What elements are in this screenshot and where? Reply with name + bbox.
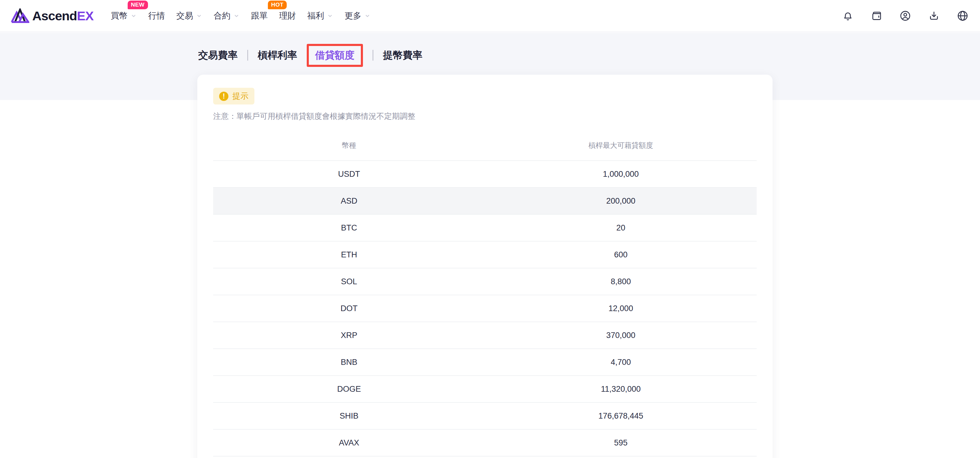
limit-cell: 1,000,000: [485, 161, 757, 187]
nav-item-trade[interactable]: 交易: [177, 6, 202, 26]
limit-cell: 600: [485, 241, 757, 268]
column-header-asset: 幣種: [213, 133, 485, 161]
table-row-link: LINK78,000: [213, 456, 757, 458]
tab-withdrawal-fees[interactable]: 提幣費率: [383, 49, 422, 62]
asset-cell: USDT: [213, 161, 485, 187]
limit-cell: 20: [485, 214, 757, 241]
table-row-usdt: USDT1,000,000: [213, 161, 757, 187]
wallet-icon[interactable]: [870, 10, 883, 22]
chevron-down-icon: [196, 13, 202, 19]
asset-cell: DOGE: [213, 376, 485, 403]
ascendex-logo[interactable]: AscendEX: [11, 8, 94, 23]
notification-bell-icon[interactable]: [842, 10, 854, 22]
table-row-sol: SOL8,800: [213, 268, 757, 295]
new-badge: NEW: [128, 1, 148, 9]
asset-cell: BNB: [213, 349, 485, 376]
table-row-asd: ASD200,000: [213, 187, 757, 214]
account-icon[interactable]: [899, 10, 911, 22]
tab-margin-rates[interactable]: 槓桿利率: [258, 49, 297, 62]
exclamation-circle-icon: !: [219, 92, 228, 101]
nav-item-futures[interactable]: 合約: [214, 6, 240, 26]
table-row-btc: BTC20: [213, 214, 757, 241]
chevron-down-icon: [327, 13, 333, 19]
nav-item-buy-crypto[interactable]: 買幣NEW: [111, 6, 137, 26]
table-row-xrp: XRP370,000: [213, 322, 757, 349]
nav-item-label: 合約: [214, 10, 231, 22]
table-row-shib: SHIB176,678,445: [213, 403, 757, 429]
asset-cell: DOT: [213, 295, 485, 322]
column-header-limit: 槓桿最大可藉貸額度: [485, 133, 757, 161]
borrow-limit-card: ! 提示 注意：單帳戶可用槓桿借貸額度會根據實際情況不定期調整 幣種 槓桿最大可…: [197, 74, 773, 458]
chevron-down-icon: [130, 13, 137, 19]
limit-cell: 12,000: [485, 295, 757, 322]
asset-cell: ASD: [213, 187, 485, 214]
nav-item-more[interactable]: 更多: [345, 6, 371, 26]
tab-trading-fees[interactable]: 交易費率: [198, 49, 238, 62]
table-row-doge: DOGE11,320,000: [213, 376, 757, 403]
asset-cell: BTC: [213, 214, 485, 241]
nav-utility-icons: [842, 10, 969, 22]
nav-item-copy-trading[interactable]: 跟單HOT: [251, 6, 268, 26]
active-tab-annotation: 借貸額度: [307, 44, 363, 67]
nav-item-markets[interactable]: 行情: [148, 6, 165, 26]
fees-tabs: 交易費率槓桿利率借貸額度提幣費率: [198, 44, 980, 67]
limit-cell: 4,700: [485, 349, 757, 376]
nav-item-label: 更多: [345, 10, 361, 22]
table-header-row: 幣種 槓桿最大可藉貸額度: [213, 133, 757, 161]
limit-cell: 370,000: [485, 322, 757, 349]
asset-cell: XRP: [213, 322, 485, 349]
asset-cell: AVAX: [213, 429, 485, 456]
limit-cell: 176,678,445: [485, 403, 757, 429]
nav-item-rewards[interactable]: 福利: [307, 6, 333, 26]
nav-item-label: 行情: [148, 10, 165, 22]
borrow-limits-table: 幣種 槓桿最大可藉貸額度 USDT1,000,000ASD200,000BTC2…: [213, 133, 757, 458]
hint-badge: ! 提示: [213, 88, 255, 105]
borrow-limit-note: 注意：單帳戶可用槓桿借貸額度會根據實際情況不定期調整: [213, 111, 757, 122]
nav-item-label: 跟單: [251, 10, 268, 22]
ascendex-logo-icon: [11, 8, 29, 23]
nav-item-earn[interactable]: 理財: [279, 6, 296, 26]
limit-cell: 8,800: [485, 268, 757, 295]
page: AscendEX 買幣NEW行情交易合約跟單HOT理財福利更多: [0, 0, 980, 458]
table-row-dot: DOT12,000: [213, 295, 757, 322]
limit-cell: 78,000: [485, 456, 757, 458]
limit-cell: 200,000: [485, 187, 757, 214]
top-navigation: AscendEX 買幣NEW行情交易合約跟單HOT理財福利更多: [0, 0, 980, 32]
table-row-eth: ETH600: [213, 241, 757, 268]
download-icon[interactable]: [928, 10, 940, 22]
tab-separator: [372, 50, 374, 60]
tab-borrow-limits[interactable]: 借貸額度: [315, 49, 355, 62]
limit-cell: 595: [485, 429, 757, 456]
nav-item-label: 交易: [177, 10, 193, 22]
hint-badge-label: 提示: [232, 91, 248, 101]
chevron-down-icon: [364, 13, 371, 19]
limit-cell: 11,320,000: [485, 376, 757, 403]
asset-cell: LINK: [213, 456, 485, 458]
tab-separator: [247, 50, 248, 60]
table-row-avax: AVAX595: [213, 429, 757, 456]
table-row-bnb: BNB4,700: [213, 349, 757, 376]
chevron-down-icon: [233, 13, 240, 19]
brand-name: AscendEX: [32, 9, 94, 23]
asset-cell: SHIB: [213, 403, 485, 429]
nav-item-label: 福利: [307, 10, 324, 22]
language-globe-icon[interactable]: [957, 10, 969, 22]
nav-item-label: 買幣: [111, 10, 128, 22]
nav-item-label: 理財: [279, 10, 296, 22]
asset-cell: ETH: [213, 241, 485, 268]
asset-cell: SOL: [213, 268, 485, 295]
main-menu: 買幣NEW行情交易合約跟單HOT理財福利更多: [111, 6, 371, 26]
